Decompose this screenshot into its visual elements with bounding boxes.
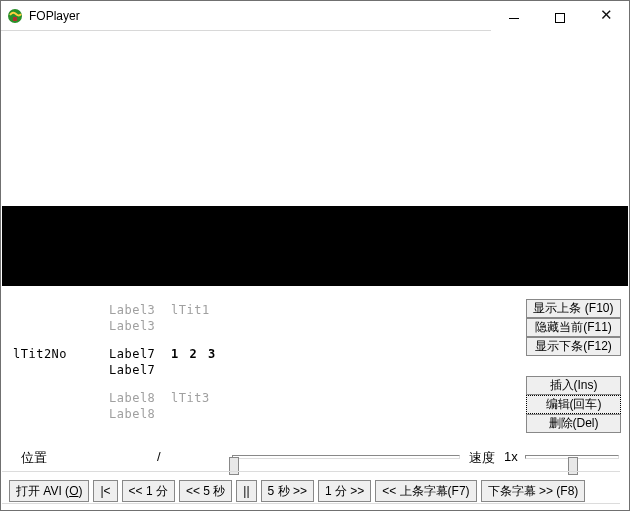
app-window: FOPlayer ✕ Label3 lTit1 Label3 lTit2No L…	[0, 0, 630, 511]
back-5sec-button[interactable]: << 5 秒	[179, 480, 232, 502]
close-button[interactable]: ✕	[583, 1, 629, 31]
video-area	[2, 32, 628, 207]
ltit2no: lTit2No	[13, 347, 67, 361]
edit-button[interactable]: 编辑(回车)	[526, 395, 621, 414]
label8-a: Label8	[109, 391, 155, 405]
seek-start-button[interactable]: |<	[93, 480, 117, 502]
label8-b: Label8	[109, 407, 155, 421]
label3-a: Label3	[109, 303, 155, 317]
fwd-1min-button[interactable]: 1 分 >>	[318, 480, 371, 502]
divider-bottom	[2, 503, 620, 504]
hide-current-button[interactable]: 隐藏当前(F11)	[526, 318, 621, 337]
position-thumb[interactable]	[229, 457, 239, 475]
prev-subtitle-button[interactable]: << 上条字幕(F7)	[375, 480, 476, 502]
ltit1: lTit1	[171, 303, 210, 317]
right-button-group: 显示上条 (F10) 隐藏当前(F11) 显示下条(F12) 插入(Ins) 编…	[526, 299, 621, 433]
minimize-button[interactable]	[491, 1, 537, 31]
speed-value: 1x	[504, 449, 518, 464]
position-label: 位置	[21, 449, 47, 467]
back-1min-button[interactable]: << 1 分	[122, 480, 175, 502]
speed-slider[interactable]	[525, 455, 619, 459]
show-next-button[interactable]: 显示下条(F12)	[526, 337, 621, 356]
show-prev-button[interactable]: 显示上条 (F10)	[526, 299, 621, 318]
speed-label: 速度	[469, 449, 495, 467]
label7-a: Label7	[109, 347, 155, 361]
pause-button[interactable]: ||	[236, 480, 256, 502]
label3-b: Label3	[109, 319, 155, 333]
bottom-toolbar: 打开 AVI (O) |< << 1 分 << 5 秒 || 5 秒 >> 1 …	[9, 478, 621, 503]
subtitle-overlay	[2, 206, 628, 286]
window-controls: ✕	[491, 1, 629, 31]
svg-rect-1	[13, 17, 17, 21]
value-123: 1 2 3	[171, 347, 217, 361]
position-slider[interactable]	[232, 455, 460, 459]
position-separator: /	[157, 449, 161, 464]
ltit3: lTit3	[171, 391, 210, 405]
title-bar: FOPlayer ✕	[1, 1, 629, 31]
window-title: FOPlayer	[29, 9, 80, 23]
label7-b: Label7	[109, 363, 155, 377]
speed-thumb[interactable]	[568, 457, 578, 475]
divider	[2, 471, 620, 472]
app-icon	[7, 8, 23, 24]
next-subtitle-button[interactable]: 下条字幕 >> (F8)	[481, 480, 586, 502]
delete-button[interactable]: 删除(Del)	[526, 414, 621, 433]
status-row: 位置 / 速度 1x	[9, 447, 621, 467]
maximize-button[interactable]	[537, 1, 583, 31]
insert-button[interactable]: 插入(Ins)	[526, 376, 621, 395]
fwd-5sec-button[interactable]: 5 秒 >>	[261, 480, 314, 502]
open-avi-button[interactable]: 打开 AVI (O)	[9, 480, 89, 502]
